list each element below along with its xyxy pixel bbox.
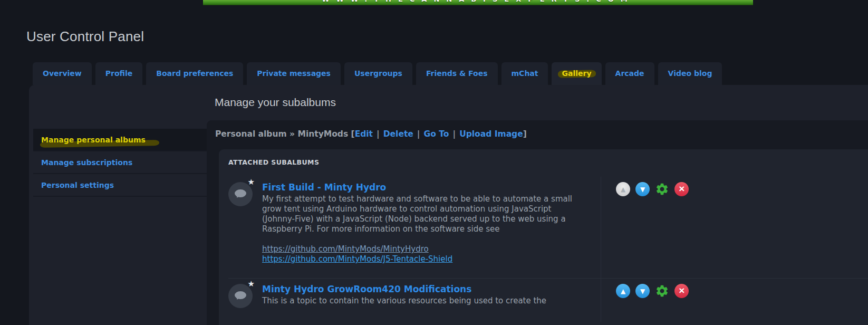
tab-video-blog[interactable]: Video blog	[658, 62, 722, 85]
subalbum-row: ★ First Build - Minty Hydro My first att…	[228, 177, 868, 278]
sidebar-item-personal-settings[interactable]: Personal settings	[33, 174, 211, 197]
sidebar-item-manage-personal-albums[interactable]: Manage personal albums	[33, 129, 211, 151]
breadcrumb-prefix: Personal album » MintyMods [	[215, 129, 355, 139]
gear-icon	[655, 182, 669, 196]
move-down-button[interactable]: ▼	[635, 284, 650, 298]
x-icon: ×	[679, 285, 684, 295]
tab-label: Overview	[43, 69, 82, 78]
up-arrow-icon: ▲	[621, 186, 625, 193]
tab-label: Arcade	[615, 69, 644, 78]
ucp-tab-bar: Overview Profile Board preferences Priva…	[33, 62, 722, 85]
subalbum-row: ★ Minty Hydro GrowRoom420 Modifications …	[228, 278, 868, 322]
tab-arcade[interactable]: Arcade	[605, 62, 654, 85]
breadcrumb-link-upload-image[interactable]: Upload Image	[459, 129, 523, 139]
page-title: User Control Panel	[26, 28, 144, 45]
star-icon: ★	[248, 280, 255, 288]
subalbum-avatar: ★	[228, 182, 253, 206]
breadcrumb-suffix: ]	[523, 129, 527, 139]
tab-board-preferences[interactable]: Board preferences	[146, 62, 243, 85]
edit-subalbum-button[interactable]	[655, 284, 669, 298]
up-arrow-icon: ▲	[621, 288, 625, 294]
speech-bubble-icon	[235, 291, 246, 299]
subalbum-links: https://github.com/MintyMods/MintyHydro …	[262, 244, 601, 264]
content-panel: Personal album » MintyMods [Edit|Delete|…	[207, 120, 868, 325]
tab-mchat[interactable]: mChat	[501, 62, 548, 85]
tab-friends-foes[interactable]: Friends & Foes	[416, 62, 498, 85]
down-arrow-icon: ▼	[640, 288, 645, 294]
attached-subalbums-panel: ATTACHED SUBALBUMS ★ First Build - Minty…	[219, 149, 868, 325]
tab-usergroups[interactable]: Usergroups	[344, 62, 412, 85]
ucp-panel: Manage personal albums Manage subscripti…	[29, 85, 868, 325]
down-arrow-icon: ▼	[640, 186, 645, 193]
tab-label: Board preferences	[156, 69, 233, 78]
site-banner[interactable]: WWW.THECANNABISEXPERTS.COM	[203, 0, 753, 5]
ucp-sidebar: Manage personal albums Manage subscripti…	[33, 129, 211, 197]
sidebar-item-label: Personal settings	[41, 181, 114, 189]
x-icon: ×	[679, 184, 684, 194]
breadcrumb-link-edit[interactable]: Edit	[355, 129, 373, 139]
tab-label: Gallery	[562, 69, 591, 78]
subalbum-avatar: ★	[228, 284, 253, 308]
tab-label: Video blog	[668, 69, 712, 78]
tab-gallery[interactable]: Gallery	[552, 62, 601, 85]
gear-icon	[655, 284, 669, 298]
subalbum-text: First Build - Minty Hydro My first attem…	[262, 182, 601, 264]
breadcrumb: Personal album » MintyMods [Edit|Delete|…	[207, 120, 868, 139]
sidebar-item-manage-subscriptions[interactable]: Manage subscriptions	[33, 151, 211, 174]
subalbum-title-link[interactable]: Minty Hydro GrowRoom420 Modifications	[262, 284, 471, 294]
subalbum-description: My first attempt to test hardware and so…	[262, 194, 574, 234]
subalbum-main: ★ Minty Hydro GrowRoom420 Modifications …	[228, 279, 601, 322]
tab-label: Usergroups	[354, 69, 402, 78]
tab-label: Profile	[105, 69, 132, 78]
move-up-button[interactable]: ▲	[616, 182, 630, 196]
move-up-button[interactable]: ▲	[616, 284, 630, 298]
subalbum-description: This is a topic to contain the various r…	[262, 296, 574, 306]
breadcrumb-separator: |	[452, 129, 456, 139]
github-link[interactable]: https://github.com/MintyMods/MintyHydro	[262, 244, 601, 254]
subalbum-actions: ▲ ▼ ×	[601, 279, 868, 322]
breadcrumb-separator: |	[377, 129, 380, 139]
speech-bubble-icon	[235, 189, 246, 197]
section-title: Manage your subalbums	[215, 96, 336, 109]
move-down-button[interactable]: ▼	[635, 182, 650, 196]
banner-text: WWW.THECANNABISEXPERTS.COM	[203, 0, 753, 4]
tab-profile[interactable]: Profile	[95, 62, 142, 85]
subalbum-actions: ▲ ▼ ×	[601, 177, 868, 278]
sidebar-item-label: Manage subscriptions	[41, 158, 132, 167]
edit-subalbum-button[interactable]	[655, 182, 669, 196]
sidebar-item-label: Manage personal albums	[41, 136, 146, 144]
breadcrumb-link-delete[interactable]: Delete	[383, 129, 413, 139]
tab-private-messages[interactable]: Private messages	[247, 62, 341, 85]
tab-label: mChat	[512, 69, 538, 78]
delete-subalbum-button[interactable]: ×	[674, 284, 689, 298]
subalbum-text: Minty Hydro GrowRoom420 Modifications Th…	[262, 284, 601, 308]
panel-heading: ATTACHED SUBALBUMS	[228, 158, 868, 166]
tab-overview[interactable]: Overview	[33, 62, 92, 85]
tab-label: Private messages	[257, 69, 331, 78]
subalbum-main: ★ First Build - Minty Hydro My first att…	[228, 177, 601, 278]
breadcrumb-link-go-to[interactable]: Go To	[424, 129, 449, 139]
star-icon: ★	[248, 178, 255, 186]
breadcrumb-separator: |	[417, 129, 420, 139]
github-link[interactable]: https://github.com/MintyMods/J5-Tentacle…	[262, 254, 601, 264]
subalbum-title-link[interactable]: First Build - Minty Hydro	[262, 182, 386, 193]
delete-subalbum-button[interactable]: ×	[674, 182, 689, 196]
tab-label: Friends & Foes	[426, 69, 488, 78]
